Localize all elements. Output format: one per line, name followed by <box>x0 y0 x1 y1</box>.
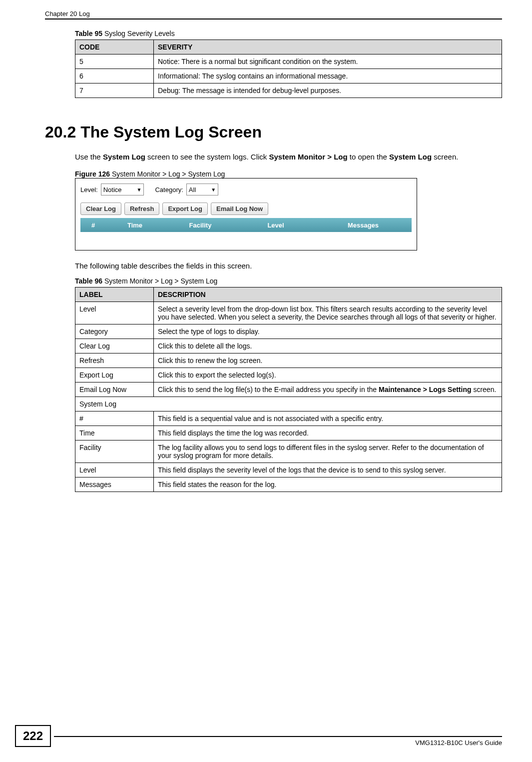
figure126-caption-bold: Figure 126 <box>75 170 110 178</box>
chapter-label: Chapter 20 Log <box>45 10 90 18</box>
table96-caption: Table 96 System Monitor > Log > System L… <box>75 277 502 285</box>
export-log-button[interactable]: Export Log <box>162 202 208 215</box>
col-hash: # <box>80 222 106 229</box>
table-row: Clear LogClick this to delete all the lo… <box>75 339 502 354</box>
table96-head-label: LABEL <box>75 288 154 302</box>
page-header: Chapter 20 Log <box>45 10 502 20</box>
para1-t4: screen. <box>432 152 458 161</box>
category-select-value: All <box>189 186 196 194</box>
col-facility: Facility <box>164 222 237 229</box>
table-row: RefreshClick this to renew the log scree… <box>75 354 502 368</box>
table-row: #This field is a sequential value and is… <box>75 412 502 426</box>
table96-caption-rest: System Monitor > Log > System Log <box>102 277 217 285</box>
sev-cell: Informational: The syslog contains an in… <box>154 69 502 84</box>
code-cell: 7 <box>75 84 154 98</box>
label-cell: Refresh <box>75 354 154 368</box>
paragraph-use: Use the System Log screen to see the sys… <box>75 152 502 162</box>
table-row: TimeThis field displays the time the log… <box>75 426 502 440</box>
table95-caption: Table 95 Syslog Severity Levels <box>75 30 502 38</box>
page-number: 222 <box>15 725 51 747</box>
code-cell: 6 <box>75 69 154 84</box>
col-messages: Messages <box>315 222 412 229</box>
sev-cell: Notice: There is a normal but significan… <box>154 54 502 69</box>
table96-head-desc: DESCRIPTION <box>154 288 502 302</box>
paragraph-table-intro: The following table describes the fields… <box>75 260 502 271</box>
level-select-value: Notice <box>103 186 122 194</box>
desc-cell: Click this to delete all the logs. <box>154 339 502 354</box>
chevron-down-icon: ▼ <box>211 187 216 192</box>
desc-cell: Select the type of logs to display. <box>154 324 502 339</box>
refresh-button[interactable]: Refresh <box>124 202 159 215</box>
label-cell: Facility <box>75 440 154 463</box>
system-log-screenshot: Level: Notice ▼ Category: All ▼ Clear Lo… <box>75 178 417 250</box>
label-cell: # <box>75 412 154 426</box>
table95-caption-bold: Table 95 <box>75 30 102 38</box>
chevron-down-icon: ▼ <box>137 187 142 192</box>
email-desc-1: Click this to send the log file(s) to th… <box>158 386 379 394</box>
category-select[interactable]: All ▼ <box>186 184 218 196</box>
sev-cell: Debug: The message is intended for debug… <box>154 84 502 98</box>
table96: LABEL DESCRIPTION LevelSelect a severity… <box>75 287 502 492</box>
desc-cell: This field states the reason for the log… <box>154 478 502 492</box>
para1-t2: screen to see the system logs. Click <box>145 152 269 161</box>
table95-head-code: CODE <box>75 40 154 54</box>
desc-cell: This field displays the time the log was… <box>154 426 502 440</box>
desc-cell: This field displays the severity level o… <box>154 463 502 478</box>
desc-cell: Select a severity level from the drop-do… <box>154 302 502 324</box>
email-desc-bold: Maintenance > Logs Setting <box>379 386 472 394</box>
label-cell: Email Log Now <box>75 382 154 397</box>
desc-cell: Click this to export the selected log(s)… <box>154 368 502 382</box>
figure126-caption: Figure 126 System Monitor > Log > System… <box>75 170 502 178</box>
syslog-header-cell: System Log <box>75 397 502 412</box>
desc-cell: Click this to renew the log screen. <box>154 354 502 368</box>
table-row: Export LogClick this to export the selec… <box>75 368 502 382</box>
clear-log-button[interactable]: Clear Log <box>80 202 121 215</box>
table-row: FacilityThe log facility allows you to s… <box>75 440 502 463</box>
table-row: LevelThis field displays the severity le… <box>75 463 502 478</box>
desc-cell: Click this to send the log file(s) to th… <box>154 382 502 397</box>
footer-guide: VMG1312-B10C User's Guide <box>415 739 502 746</box>
email-desc-2: screen. <box>472 386 497 394</box>
label-cell: Clear Log <box>75 339 154 354</box>
table-row: 6 Informational: The syslog contains an … <box>75 69 502 84</box>
para1-b2: System Monitor > Log <box>269 152 348 161</box>
label-cell: Export Log <box>75 368 154 382</box>
figure126-caption-rest: System Monitor > Log > System Log <box>110 170 225 178</box>
email-log-now-button[interactable]: Email Log Now <box>211 202 268 215</box>
table95: CODE SEVERITY 5 Notice: There is a norma… <box>75 40 502 98</box>
para1-b1: System Log <box>103 152 145 161</box>
code-cell: 5 <box>75 54 154 69</box>
table-row: CategorySelect the type of logs to displ… <box>75 324 502 339</box>
table-row: MessagesThis field states the reason for… <box>75 478 502 492</box>
section-title: 20.2 The System Log Screen <box>45 123 502 142</box>
table-row: Email Log Now Click this to send the log… <box>75 382 502 397</box>
desc-cell: This field is a sequential value and is … <box>154 412 502 426</box>
label-cell: Time <box>75 426 154 440</box>
para1-t1: Use the <box>75 152 103 161</box>
table-row: 7 Debug: The message is intended for deb… <box>75 84 502 98</box>
page-footer: 222 VMG1312-B10C User's Guide <box>0 725 502 747</box>
footer-line: VMG1312-B10C User's Guide <box>54 736 502 747</box>
label-cell: Level <box>75 302 154 324</box>
category-label: Category: <box>155 186 183 194</box>
desc-cell: The log facility allows you to send logs… <box>154 440 502 463</box>
level-label: Level: <box>80 186 98 194</box>
label-cell: Level <box>75 463 154 478</box>
log-table-header: # Time Facility Level Messages <box>80 218 412 232</box>
level-select[interactable]: Notice ▼ <box>101 184 144 196</box>
table-row: LevelSelect a severity level from the dr… <box>75 302 502 324</box>
table95-caption-rest: Syslog Severity Levels <box>102 30 175 38</box>
label-cell: Category <box>75 324 154 339</box>
para1-t3: to open the <box>348 152 389 161</box>
para1-b3: System Log <box>389 152 432 161</box>
table96-caption-bold: Table 96 <box>75 277 102 285</box>
col-level: Level <box>237 222 315 229</box>
table-row-syslog-header: System Log <box>75 397 502 412</box>
table95-head-severity: SEVERITY <box>154 40 502 54</box>
label-cell: Messages <box>75 478 154 492</box>
table-row: 5 Notice: There is a normal but signific… <box>75 54 502 69</box>
col-time: Time <box>106 222 164 229</box>
